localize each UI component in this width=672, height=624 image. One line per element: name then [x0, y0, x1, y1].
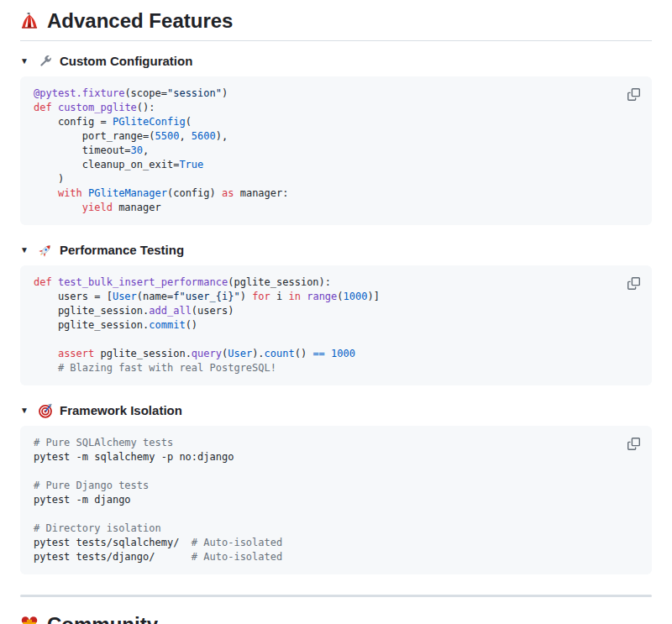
section-framework-isolation: ▼ Framework Isolation # Pure SQLAlchemy …	[20, 402, 652, 574]
code-line: cleanup_on_exit=True	[34, 158, 638, 172]
community-heading: Community	[20, 612, 652, 624]
code-line: users = [User(name=f"user_{i}") for i in…	[34, 290, 638, 304]
code-line: port_range=(5500, 5600),	[34, 129, 638, 144]
copy-icon	[627, 88, 640, 101]
page-title: Advanced Features	[47, 8, 233, 34]
code-line: pytest -m django	[34, 493, 638, 507]
code-line: # Directory isolation	[34, 522, 638, 536]
code-line: )	[34, 172, 638, 186]
code-line: config = PGliteConfig(	[34, 115, 638, 129]
community-title: Community	[47, 612, 158, 624]
code-line: assert pglite_session.query(User).count(…	[34, 347, 638, 361]
summary-custom-configuration[interactable]: ▼ Custom Configuration	[20, 53, 652, 69]
section-title: Performance Testing	[60, 242, 184, 258]
rocket-icon	[38, 243, 53, 258]
code-line: pytest tests/sqlalchemy/ # Auto-isolated	[34, 536, 638, 550]
readme-content: Advanced Features ▼ Custom Configuration…	[0, 0, 672, 624]
code-content: # Pure SQLAlchemy testspytest -m sqlalch…	[34, 436, 638, 564]
section-divider	[20, 595, 652, 597]
code-block: @pytest.fixture(scope="session")def cust…	[20, 76, 652, 225]
code-line: with PGliteManager(config) as manager:	[34, 186, 638, 201]
code-line: timeout=30,	[34, 144, 638, 158]
section-title: Custom Configuration	[60, 53, 192, 69]
summary-performance-testing[interactable]: ▼ Performance Testing	[20, 242, 652, 258]
copy-button[interactable]	[623, 273, 643, 293]
code-line: yield manager	[34, 201, 638, 215]
section-custom-configuration: ▼ Custom Configuration @pytest.fixture(s…	[20, 53, 652, 225]
copy-icon	[627, 277, 640, 290]
code-block: # Pure SQLAlchemy testspytest -m sqlalch…	[20, 426, 652, 574]
section-title: Framework Isolation	[60, 402, 182, 418]
copy-button[interactable]	[623, 84, 643, 104]
disclosure-triangle-icon: ▼	[20, 57, 31, 66]
copy-button[interactable]	[623, 433, 643, 454]
page-title-heading: Advanced Features	[20, 8, 652, 41]
handshake-icon	[20, 616, 39, 624]
code-line: # Pure Django tests	[34, 479, 638, 493]
code-line: @pytest.fixture(scope="session")	[34, 87, 638, 101]
wrench-icon	[38, 54, 53, 69]
target-icon	[38, 403, 53, 418]
code-line: pglite_session.commit()	[34, 318, 638, 333]
code-line	[34, 507, 638, 522]
disclosure-triangle-icon: ▼	[20, 246, 31, 254]
circus-tent-icon	[20, 12, 39, 30]
disclosure-triangle-icon: ▼	[20, 406, 31, 415]
code-line	[34, 333, 638, 347]
code-line: # Pure SQLAlchemy tests	[34, 436, 638, 450]
code-line: pglite_session.add_all(users)	[34, 304, 638, 318]
code-content: @pytest.fixture(scope="session")def cust…	[34, 87, 638, 215]
summary-framework-isolation[interactable]: ▼ Framework Isolation	[20, 402, 652, 418]
code-line	[34, 464, 638, 479]
copy-icon	[627, 438, 640, 450]
code-line: pytest -m sqlalchemy -p no:django	[34, 450, 638, 464]
code-line: def test_bulk_insert_performance(pglite_…	[34, 275, 638, 290]
code-content: def test_bulk_insert_performance(pglite_…	[34, 275, 638, 375]
code-line: def custom_pglite():	[34, 101, 638, 115]
code-line: # Blazing fast with real PostgreSQL!	[34, 361, 638, 375]
section-performance-testing: ▼ Performance Testing def test_bulk_inse…	[20, 242, 652, 385]
code-line: pytest tests/django/ # Auto-isolated	[34, 550, 638, 564]
code-block: def test_bulk_insert_performance(pglite_…	[20, 265, 652, 385]
